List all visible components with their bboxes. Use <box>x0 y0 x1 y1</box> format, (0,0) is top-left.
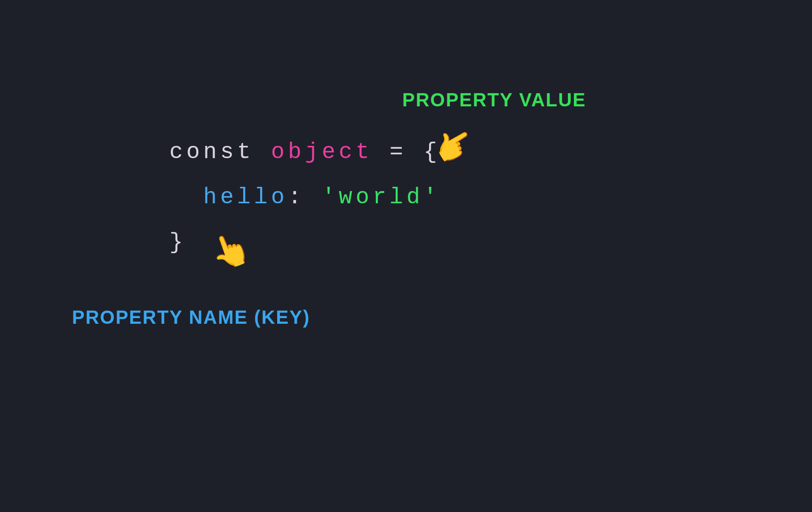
token-property-key: hello <box>203 184 288 210</box>
label-property-name: Property Name (Key) <box>72 307 310 328</box>
token-brace-close: } <box>169 230 186 255</box>
token-identifier: object <box>271 139 373 165</box>
token-property-value: 'world' <box>322 184 440 210</box>
code-line-1: const object = { <box>169 129 440 175</box>
token-const: const <box>169 139 254 165</box>
label-property-value: Property Value <box>402 89 586 111</box>
code-line-2: hello: 'world' <box>169 175 440 220</box>
token-colon: : <box>288 184 305 210</box>
token-equals: = <box>390 139 406 165</box>
